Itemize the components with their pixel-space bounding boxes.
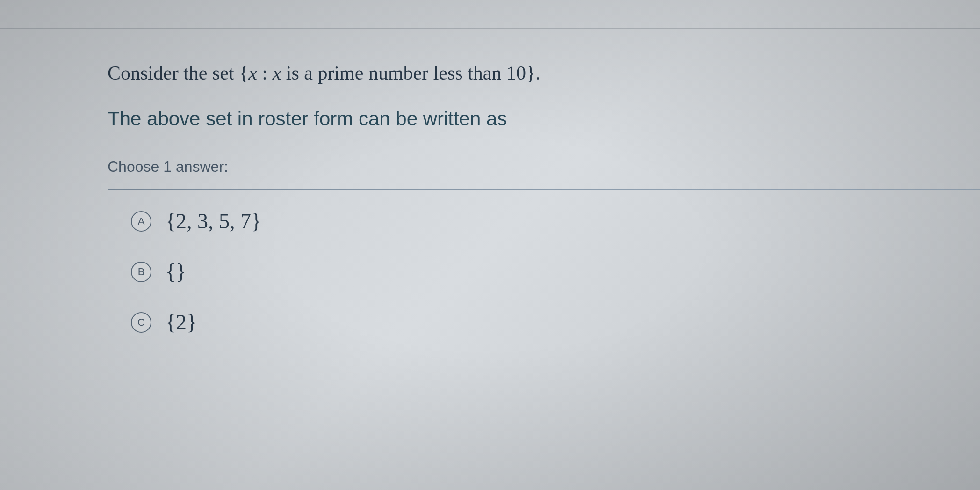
answers-divider [108,189,980,190]
radio-letter-a: A [131,211,151,232]
top-divider [0,28,980,29]
question-line-1: Consider the set {x : x is a prime numbe… [108,62,872,84]
question-line-2: The above set in roster form can be writ… [108,108,872,130]
set-colon: : [257,62,273,84]
answer-option-b[interactable]: B {} [108,259,872,284]
set-variable-2: x [273,62,281,84]
question-suffix: . [535,62,540,84]
radio-letter-c: C [131,312,151,333]
set-variable-1: x [248,62,257,84]
answer-text-c: {2} [166,310,197,335]
set-close-brace: } [526,62,535,84]
answer-text-a: {2, 3, 5, 7} [166,209,261,234]
set-open-brace: { [239,62,248,84]
radio-letter-b: B [131,262,151,282]
answer-option-c[interactable]: C {2} [108,310,872,335]
answer-text-b: {} [166,259,186,284]
set-description: is a prime number less than 10 [281,62,526,84]
answer-option-a[interactable]: A {2, 3, 5, 7} [108,209,872,234]
question-prefix: Consider the set [108,62,239,84]
question-content: Consider the set {x : x is a prime numbe… [0,0,980,335]
choose-answer-label: Choose 1 answer: [108,158,872,176]
